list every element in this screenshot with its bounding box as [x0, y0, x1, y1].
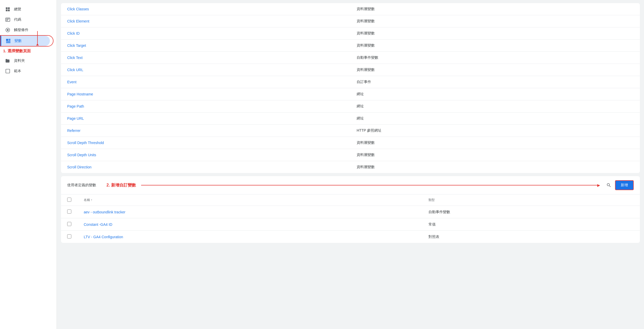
builtin-var-name[interactable]: Click Text — [61, 52, 350, 64]
svg-rect-13 — [6, 41, 11, 42]
builtin-var-name[interactable]: Page URL — [61, 113, 350, 125]
user-section-header: 使用者定義的變數 2. 新增自訂變數 ▶ 新增 — [61, 176, 640, 195]
builtin-table-row: Page Hostname 網址 — [61, 88, 640, 100]
builtin-var-name[interactable]: Page Hostname — [61, 88, 350, 100]
builtin-table-row: Click Target 資料層變數 — [61, 40, 640, 52]
builtin-table-row: Scroll Direction 資料層變數 — [61, 161, 640, 173]
sidebar-item-code[interactable]: 代碼 — [0, 14, 53, 25]
user-defined-table: 名稱 ↑ 類型 aev - outboundlink tracker 自動事件變… — [61, 195, 640, 243]
builtin-variables-table: Click Classes 資料層變數 Click Element 資料層變數 … — [61, 3, 640, 173]
row-checkbox-cell — [61, 206, 78, 218]
builtin-table-row: Page URL 網址 — [61, 113, 640, 125]
user-table-row: LTV - GA4 Configuration 對照表 — [61, 231, 640, 243]
builtin-var-type: 資料層變數 — [350, 27, 640, 40]
main-content: Click Classes 資料層變數 Click Element 資料層變數 … — [57, 0, 644, 329]
sidebar-item-template[interactable]: 範本 — [0, 66, 53, 76]
builtin-var-type: HTTP 參照網址 — [350, 125, 640, 137]
builtin-var-name[interactable]: Click Target — [61, 40, 350, 52]
user-table-header-row: 名稱 ↑ 類型 — [61, 195, 640, 206]
svg-rect-6 — [6, 19, 8, 20]
new-variable-button[interactable]: 新增 — [615, 180, 634, 190]
svg-rect-0 — [6, 8, 8, 9]
builtin-table-row: Click ID 資料層變數 — [61, 27, 640, 40]
builtin-table-row: Page Path 網址 — [61, 100, 640, 113]
builtin-var-name[interactable]: Scroll Depth Threshold — [61, 137, 350, 149]
row-checkbox[interactable] — [67, 234, 71, 238]
builtin-variables-section: Click Classes 資料層變數 Click Element 資料層變數 … — [61, 3, 640, 173]
user-var-type: 對照表 — [422, 231, 640, 243]
builtin-var-name[interactable]: Click Classes — [61, 3, 350, 15]
builtin-var-name[interactable]: Scroll Depth Units — [61, 149, 350, 161]
search-button[interactable] — [605, 181, 613, 189]
select-all-header — [61, 195, 78, 206]
builtin-var-name[interactable]: Click URL — [61, 64, 350, 76]
sidebar-item-label-template: 範本 — [14, 69, 21, 73]
annotation2-container: 2. 新增自訂變數 ▶ — [106, 183, 600, 188]
sidebar-item-label-variables: 變數 — [14, 39, 22, 43]
builtin-table-row: Click URL 資料層變數 — [61, 64, 640, 76]
builtin-var-name[interactable]: Click Element — [61, 15, 350, 27]
builtin-var-type: 資料層變數 — [350, 3, 640, 15]
annotation2-label: 2. 新增自訂變數 — [106, 183, 136, 188]
builtin-var-type: 資料層變數 — [350, 15, 640, 27]
sidebar-item-variables[interactable]: 變數 — [1, 36, 50, 46]
sidebar-item-folder[interactable]: 資料夾 — [0, 56, 53, 66]
builtin-var-name[interactable]: Scroll Direction — [61, 161, 350, 173]
sidebar-item-label-code: 代碼 — [14, 17, 21, 22]
annotation1-label: 1. 選擇變數頁面 — [0, 47, 57, 56]
user-var-type: 自動事件變數 — [422, 206, 640, 218]
sidebar-active-wrapper: 變數 — [0, 35, 53, 47]
template-icon — [5, 69, 10, 74]
row-checkbox[interactable] — [67, 210, 71, 214]
builtin-var-type: 資料層變數 — [350, 137, 640, 149]
svg-rect-14 — [6, 42, 11, 43]
user-table-row: Constant -GA4 ID 常值 — [61, 218, 640, 231]
builtin-table-row: Referrer HTTP 參照網址 — [61, 125, 640, 137]
folder-icon — [5, 58, 10, 63]
sidebar-item-label-trigger: 觸發條件 — [14, 28, 28, 32]
builtin-table-row: Scroll Depth Units 資料層變數 — [61, 149, 640, 161]
svg-rect-10 — [6, 39, 8, 41]
builtin-var-name[interactable]: Referrer — [61, 125, 350, 137]
svg-rect-5 — [6, 19, 9, 19]
svg-rect-7 — [6, 20, 8, 21]
builtin-var-name[interactable]: Click ID — [61, 27, 350, 40]
user-defined-section: 使用者定義的變數 2. 新增自訂變數 ▶ 新增 名稱 ↑ — [61, 176, 640, 243]
builtin-var-type: 資料層變數 — [350, 40, 640, 52]
annotation2-line: ▶ — [141, 185, 600, 185]
svg-rect-1 — [8, 8, 10, 9]
builtin-var-type: 資料層變數 — [350, 149, 640, 161]
header-actions: 新增 — [605, 180, 634, 190]
svg-rect-3 — [8, 10, 10, 11]
sidebar-item-overview[interactable]: 總覽 — [0, 4, 53, 14]
svg-rect-12 — [9, 40, 11, 41]
builtin-var-type: 自訂事件 — [350, 76, 640, 88]
type-column-header: 類型 — [422, 195, 640, 206]
sidebar-item-trigger[interactable]: 觸發條件 — [0, 25, 53, 35]
user-section-title: 使用者定義的變數 — [67, 183, 96, 188]
builtin-table-row: Click Text 自動事件變數 — [61, 52, 640, 64]
builtin-table-row: Click Classes 資料層變數 — [61, 3, 640, 15]
sidebar: 總覽 代碼 觸發條件 變數 — [0, 0, 57, 329]
variables-icon — [6, 38, 11, 43]
builtin-var-name[interactable]: Event — [61, 76, 350, 88]
sidebar-item-label-overview: 總覽 — [14, 7, 21, 12]
row-checkbox[interactable] — [67, 222, 71, 226]
user-var-type: 常值 — [422, 218, 640, 231]
row-checkbox-cell — [61, 218, 78, 231]
overview-icon — [5, 7, 10, 12]
user-var-name[interactable]: LTV - GA4 Configuration — [78, 231, 422, 243]
builtin-table-row: Event 自訂事件 — [61, 76, 640, 88]
code-icon — [5, 17, 10, 22]
builtin-var-name[interactable]: Page Path — [61, 100, 350, 113]
trigger-icon — [5, 27, 10, 33]
user-var-name[interactable]: aev - outboundlink tracker — [78, 206, 422, 218]
builtin-var-type: 網址 — [350, 100, 640, 113]
builtin-var-type: 網址 — [350, 88, 640, 100]
user-var-name[interactable]: Constant -GA4 ID — [78, 218, 422, 231]
sidebar-item-label-folder: 資料夾 — [14, 58, 25, 63]
annotation1-area: 1. 選擇變數頁面 — [0, 47, 57, 56]
builtin-table-row: Click Element 資料層變數 — [61, 15, 640, 27]
select-all-checkbox[interactable] — [67, 198, 71, 202]
builtin-var-type: 網址 — [350, 113, 640, 125]
